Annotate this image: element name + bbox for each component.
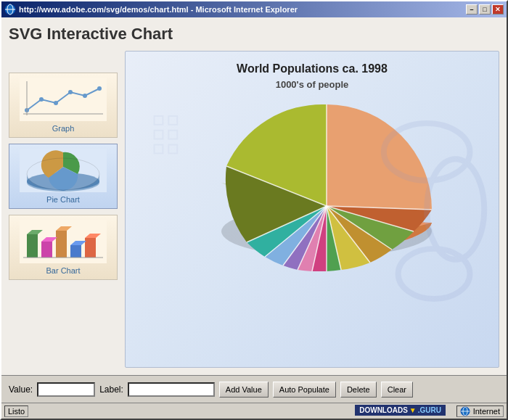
internet-icon (460, 406, 470, 416)
svg-rect-19 (56, 231, 67, 258)
svg-rect-31 (155, 116, 163, 125)
chart-title: World Populations ca. 1998 (237, 62, 388, 75)
auto-populate-button[interactable]: Auto Populate (273, 382, 336, 398)
pie-chart-svg (181, 97, 443, 271)
value-label: Value: (9, 384, 33, 395)
svg-rect-34 (168, 131, 177, 139)
svg-point-6 (54, 101, 58, 105)
minimize-button[interactable]: – (466, 4, 478, 15)
graph-label: Graph (52, 124, 75, 133)
watermark-suffix: .GURU (418, 406, 441, 414)
svg-point-8 (83, 94, 87, 98)
svg-rect-36 (168, 145, 177, 154)
chart-type-bar[interactable]: Bar Chart (9, 215, 118, 280)
page-title: SVG Interactive Chart (9, 25, 499, 44)
value-input[interactable] (37, 382, 95, 397)
svg-rect-18 (41, 242, 52, 258)
ie-icon (4, 4, 16, 15)
status-right-text: Internet (473, 407, 500, 416)
window-controls: – □ ✕ (466, 4, 504, 15)
maximize-button[interactable]: □ (479, 4, 491, 15)
label-input[interactable] (128, 382, 215, 397)
svg-rect-33 (155, 131, 163, 139)
status-left: Listo (4, 405, 28, 417)
clear-button[interactable]: Clear (381, 382, 413, 398)
watermark-icon: ▼ (409, 406, 417, 414)
svg-rect-21 (85, 238, 96, 258)
close-button[interactable]: ✕ (492, 4, 504, 15)
chart-subtitle: 1000's of people (276, 79, 349, 90)
svg-rect-32 (168, 116, 177, 125)
window-title: http://www.adobe.com/svg/demos/chart.htm… (19, 5, 463, 14)
bar-preview (20, 220, 107, 263)
status-right: Internet (456, 405, 504, 417)
bottom-controls: Value: Label: Add Value Auto Populate De… (1, 375, 507, 403)
pie-label: Pie Chart (46, 195, 80, 204)
watermark: DOWNLOADS ▼ .GURU (355, 405, 446, 416)
chart-type-pie[interactable]: Pie Chart (9, 144, 118, 209)
svg-point-5 (39, 97, 44, 102)
main-area: Graph (9, 51, 499, 368)
svg-rect-3 (20, 78, 107, 121)
title-bar: http://www.adobe.com/svg/demos/chart.htm… (1, 1, 507, 17)
svg-point-7 (68, 90, 73, 94)
svg-rect-35 (155, 145, 163, 154)
add-value-button[interactable]: Add Value (219, 382, 269, 398)
watermark-text: DOWNLOADS (359, 406, 408, 414)
window-content: SVG Interactive Chart (1, 17, 507, 375)
bar-label: Bar Chart (46, 266, 80, 275)
svg-rect-20 (70, 245, 81, 258)
svg-point-9 (97, 86, 102, 91)
chart-sidebar: Graph (9, 51, 118, 368)
delete-button[interactable]: Delete (340, 382, 377, 398)
svg-rect-17 (27, 234, 38, 258)
chart-area: World Populations ca. 1998 1000's of peo… (125, 51, 499, 368)
status-bar: Listo DOWNLOADS ▼ .GURU Internet (1, 403, 507, 419)
chart-type-graph[interactable]: Graph (9, 73, 118, 138)
pie-preview (20, 149, 107, 192)
label-label: Label: (99, 384, 123, 395)
graph-preview (20, 78, 107, 121)
browser-window: http://www.adobe.com/svg/demos/chart.htm… (0, 0, 508, 420)
